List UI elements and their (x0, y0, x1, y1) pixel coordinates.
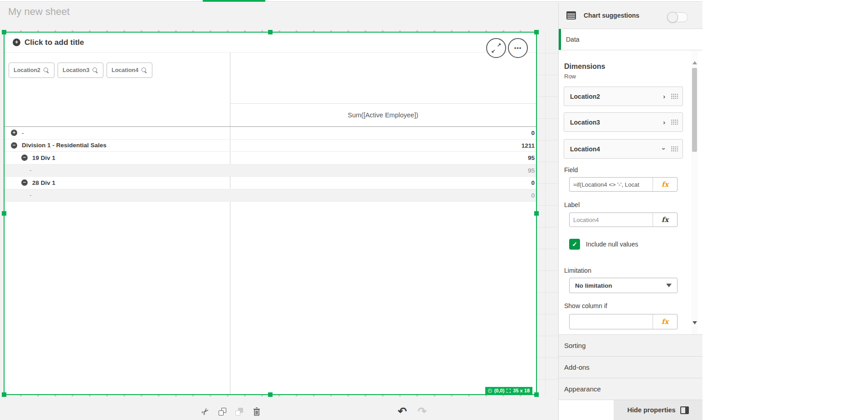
row-label: Division 1 - Residential Sales (22, 142, 107, 149)
resize-handle-nw[interactable] (2, 30, 6, 34)
chevron-right-icon: › (663, 92, 665, 100)
hide-properties-button[interactable]: Hide properties (614, 400, 702, 420)
field-input[interactable]: =if(Location4 <> '-', Locat fx (569, 177, 678, 192)
resize-handle-s[interactable] (268, 392, 273, 397)
properties-panel: Chart suggestions Data Dimensions Row Lo… (558, 2, 702, 420)
dimension-label: Location2 (570, 93, 663, 100)
section-label: Add-ons (564, 363, 590, 371)
panel-scrollbar[interactable] (691, 50, 698, 334)
row-value: 0 (531, 127, 535, 140)
row-label: - (22, 130, 24, 136)
chevron-right-icon: › (663, 118, 665, 126)
redo-icon: ↷ (418, 407, 427, 416)
expand-icon[interactable]: + (11, 130, 17, 136)
scroll-down-icon[interactable] (692, 321, 697, 324)
filter-button-location4[interactable]: Location4 (107, 63, 152, 78)
dimensions-heading: Dimensions (564, 63, 605, 71)
checkbox-checked-icon[interactable]: ✓ (569, 239, 580, 250)
tab-data[interactable]: Data (559, 29, 702, 50)
resize-handle-se[interactable] (534, 392, 539, 397)
sheet-title[interactable]: My new sheet (8, 6, 70, 18)
collapse-icon[interactable]: − (21, 179, 28, 186)
scrollbar-thumb[interactable] (692, 68, 697, 152)
limitation-label: Limitation (564, 267, 591, 274)
paste-button[interactable] (233, 405, 245, 418)
size-rect-icon (507, 389, 511, 393)
search-icon (141, 68, 147, 73)
chart-suggestions-icon (566, 11, 576, 19)
label-value: Location4 (570, 217, 653, 223)
dimensions-subheading: Row (564, 73, 576, 80)
table-row[interactable]: - 95 (5, 164, 536, 177)
table-row[interactable]: − Division 1 - Residential Sales 1211 (5, 140, 536, 152)
pivot-table-widget[interactable]: + Click to add title ↗↙ ••• Location2 Lo… (4, 32, 537, 395)
fx-expression-button[interactable]: fx (653, 213, 677, 227)
badge-position: (0,0) (494, 388, 505, 393)
badge-size: 35 x 18 (513, 388, 530, 393)
measure-column-header[interactable]: Sum([Active Employee]) (230, 103, 536, 126)
row-value: 95 (528, 164, 535, 177)
filter-button-location2[interactable]: Location2 (9, 63, 54, 78)
chart-suggestions-toggle[interactable] (667, 12, 688, 22)
limitation-dropdown[interactable]: No limitation (569, 278, 678, 293)
sheet-grid-line-vertical (545, 32, 546, 396)
resize-handle-w[interactable] (2, 211, 6, 216)
expand-arrows-icon: ↗↙ (491, 43, 501, 53)
include-null-values-row: ✓ Include null values (569, 239, 638, 250)
cut-button[interactable]: ✂ (199, 405, 211, 418)
widget-title-placeholder[interactable]: Click to add title (24, 38, 84, 47)
table-row[interactable]: - 0 (5, 189, 536, 202)
table-row[interactable]: + - 0 (5, 127, 536, 140)
row-label: - (29, 192, 32, 198)
drag-handle-icon[interactable] (671, 146, 678, 152)
redo-button[interactable]: ↷ (416, 405, 429, 418)
show-column-if-input[interactable]: fx (569, 314, 678, 329)
label-input[interactable]: Location4 fx (569, 212, 678, 227)
pivot-table: Location2 Location3 Location4 Sum([Activ… (5, 53, 536, 394)
fx-expression-button[interactable]: fx (653, 314, 677, 329)
hide-properties-label: Hide properties (627, 406, 675, 414)
dimension-item-location4[interactable]: Location4 › (564, 139, 683, 159)
scissors-icon: ✂ (199, 405, 212, 418)
row-value: 0 (531, 177, 535, 189)
row-label: 19 Div 1 (32, 154, 55, 161)
drag-handle-icon[interactable] (671, 93, 678, 99)
dimension-item-location3[interactable]: Location3 › (564, 112, 683, 132)
collapse-icon[interactable]: − (21, 154, 28, 161)
selection-size-badge: (0,0) 35 x 18 (485, 387, 532, 394)
collapse-icon[interactable]: − (11, 142, 17, 149)
resize-handle-e[interactable] (534, 211, 539, 216)
row-value: 95 (528, 152, 535, 164)
table-row[interactable]: − 19 Div 1 95 (5, 152, 536, 164)
section-appearance[interactable]: Appearance (559, 378, 702, 400)
fx-expression-button[interactable]: fx (653, 178, 677, 191)
dimension-label: Location4 (570, 145, 663, 153)
undo-button[interactable]: ↶ (396, 405, 409, 418)
top-strip (0, 0, 702, 2)
section-sorting[interactable]: Sorting (559, 334, 702, 356)
dimension-item-location2[interactable]: Location2 › (564, 87, 683, 106)
section-add-ons[interactable]: Add-ons (559, 356, 702, 378)
resize-handle-ne[interactable] (534, 30, 539, 34)
panel-scroll-area: Dimensions Row Location2 › Location3 › L… (559, 50, 702, 334)
sheet-canvas[interactable]: My new sheet + Click to add title ↗↙ ••• (0, 2, 558, 420)
resize-handle-n[interactable] (268, 30, 273, 34)
row-value: 0 (531, 189, 535, 202)
widget-title-bar: + Click to add title (5, 33, 536, 53)
chart-suggestions-header: Chart suggestions (559, 2, 702, 29)
filter-label: Location2 (14, 67, 40, 73)
ellipsis-icon: ••• (514, 46, 522, 50)
table-row[interactable]: − 28 Div 1 0 (5, 177, 536, 189)
row-value: 1211 (522, 140, 535, 152)
filter-button-location3[interactable]: Location3 (58, 63, 103, 78)
scroll-up-icon[interactable] (692, 61, 697, 64)
delete-button[interactable] (250, 405, 263, 418)
panel-collapse-icon (680, 406, 689, 414)
copy-icon (219, 408, 226, 415)
filter-label: Location3 (63, 67, 89, 73)
app-screen: My new sheet + Click to add title ↗↙ ••• (0, 0, 868, 420)
trash-icon (253, 407, 260, 416)
copy-button[interactable] (216, 405, 229, 418)
resize-handle-sw[interactable] (2, 392, 6, 397)
drag-handle-icon[interactable] (671, 119, 678, 125)
